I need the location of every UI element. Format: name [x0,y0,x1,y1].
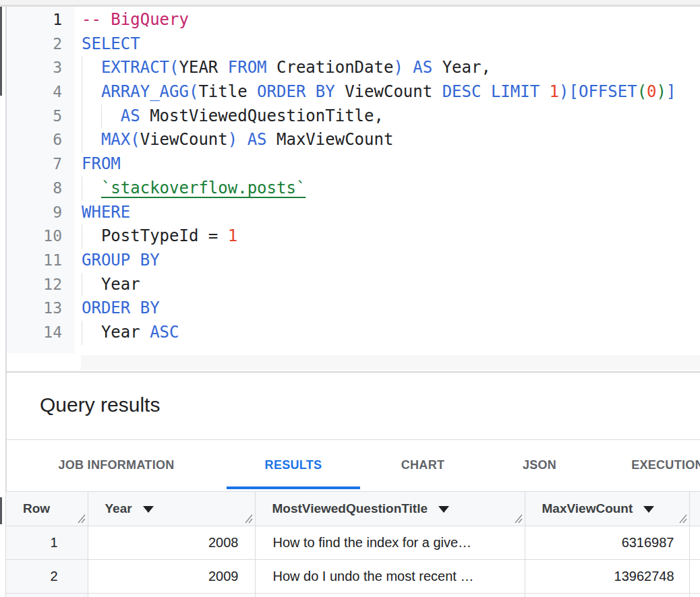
line-number: 6 [7,128,62,152]
code-token: ViewCount [140,130,228,149]
results-scrollbar-thumb[interactable] [0,497,2,524]
code-token: AS [82,106,140,125]
line-number: 7 [7,152,62,177]
table-row: 22009How do I undo the most recent …1396… [6,560,700,594]
code-line-content: WHERE [62,201,700,225]
line-number: 5 [7,104,62,129]
code-line: 13ORDER BY [7,296,700,321]
code-line: 1-- BigQuery [7,8,700,32]
code-line: 10 PostTypeId = 1 [7,224,700,249]
tab-results[interactable]: RESULTS [227,440,360,491]
tab-label: JOB INFORMATION [58,458,174,472]
table-cell: 6316987 [525,526,689,560]
indent-guide [82,273,82,297]
bigquery-query-pane: { "editor": { "lines": [ {"num":"1","act… [0,0,700,597]
column-resize-handle-icon[interactable] [513,513,523,524]
code-token: MAX( [82,130,140,149]
code-token: `stackoverflow.posts` [101,179,305,197]
results-tabbar: JOB INFORMATIONRESULTSCHARTJSONEXECUTION [6,440,700,491]
table-cell [525,594,689,597]
code-token: -- BigQuery [82,10,189,29]
tab-label: CHART [401,458,445,472]
code-token [82,179,101,197]
indent-guide [101,104,102,129]
code-token: ORDER BY [82,298,160,317]
table-cell [689,594,700,597]
table-cell: 2008 [88,526,255,560]
top-toolbar-edge [0,0,700,7]
code-token: YEAR [179,58,228,77]
line-number: 13 [7,296,62,321]
column-header-label: MaxViewCount [542,501,633,515]
table-cell: 13962748 [525,560,689,594]
code-token: ASC [150,323,179,342]
sql-code-editor[interactable]: 1-- BigQuery2SELECT3 EXTRACT(YEAR FROM C… [7,7,700,371]
code-token: WHERE [82,203,130,222]
code-line-content: AS MostViewedQuestionTitle, [62,104,700,129]
editor-scrollbar-thumb[interactable] [0,7,2,96]
line-number: 14 [7,321,62,345]
indent-guide [82,177,82,201]
code-line: 12 Year [7,273,700,297]
code-line: 6 MAX(ViewCount) AS MaxViewCount [7,128,700,152]
column-resize-handle-icon[interactable] [677,513,687,524]
table-cell: 2 [6,560,88,594]
code-line-content: Year [62,273,700,297]
column-resize-handle-icon[interactable] [243,513,253,524]
column-header-row[interactable]: Row [6,492,88,526]
table-cell [88,594,255,597]
tab-execution[interactable]: EXECUTION [593,440,700,491]
code-line-content: Year ASC [62,321,700,345]
code-line-content: FROM [62,152,700,177]
editor-hscrollbar-track[interactable] [81,355,700,370]
column-header-mostviewedquestiontitle[interactable]: MostViewedQuestionTitle [255,492,525,526]
code-token: ) [657,82,666,101]
code-token: FROM [228,58,267,77]
column-header-year[interactable]: Year [88,492,255,526]
code-line: 3 EXTRACT(YEAR FROM CreationDate) AS Yea… [7,56,700,80]
code-line: 8 `stackoverflow.posts` [7,177,700,201]
tab-json[interactable]: JSON [486,440,593,491]
code-token: ARRAY_AGG( [82,82,198,101]
code-line: 5 AS MostViewedQuestionTitle, [7,104,700,129]
code-token: 0 [647,82,656,101]
column-header-filler [689,492,700,526]
code-line-content: -- BigQuery [62,8,700,32]
code-token: 1 [228,226,237,245]
line-number: 1 [7,8,62,32]
tab-job-information[interactable]: JOB INFORMATION [6,440,227,491]
column-header-maxviewcount[interactable]: MaxViewCount [525,492,689,526]
code-token: CreationDate [267,58,394,77]
column-header-label: MostViewedQuestionTitle [272,501,428,515]
code-token: GROUP BY [82,251,160,270]
code-line: 11GROUP BY [7,249,700,273]
code-line-content: SELECT [62,32,700,57]
sort-caret-icon[interactable] [643,506,654,513]
code-line-content: `stackoverflow.posts` [62,177,700,201]
code-token: ( [637,82,647,101]
code-lines: 1-- BigQuery2SELECT3 EXTRACT(YEAR FROM C… [7,8,700,345]
sort-caret-icon[interactable] [438,506,449,513]
table-cell [689,526,700,560]
code-line: 4 ARRAY_AGG(Title ORDER BY ViewCount DES… [7,80,700,104]
editor-results-divider[interactable] [5,371,700,373]
tab-label: RESULTS [265,458,322,472]
code-line: 7FROM [7,152,700,177]
line-number: 10 [7,224,62,249]
code-token: ] [666,82,676,101]
line-number: 2 [7,32,62,57]
code-token: Year [82,323,150,342]
sort-caret-icon[interactable] [143,506,154,513]
code-token: Title [198,82,257,101]
code-token: ORDER BY [257,82,335,101]
code-line-content: GROUP BY [62,249,700,273]
code-token: DESC LIMIT [442,82,550,101]
table-cell: 2009 [88,560,255,594]
tab-chart[interactable]: CHART [360,440,486,491]
code-token: ) AS [393,58,432,77]
column-resize-handle-icon[interactable] [76,513,86,524]
code-token: MaxViewCount [267,130,394,149]
line-number: 8 [7,177,62,201]
code-line-content: ARRAY_AGG(Title ORDER BY ViewCount DESC … [62,80,700,104]
table-cell [255,594,525,597]
